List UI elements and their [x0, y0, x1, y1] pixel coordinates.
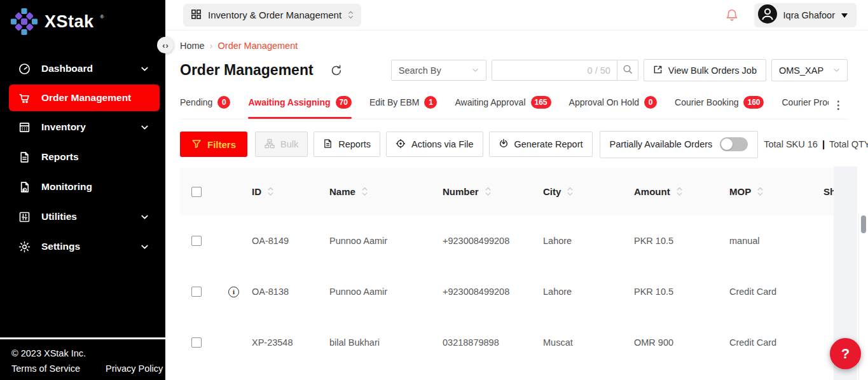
sidebar: XStak ® Dashboard Order Management Inven…	[0, 0, 165, 338]
tab-label: Awaiting Assigning	[248, 97, 330, 107]
tab-count-badge: 1	[424, 96, 437, 109]
sidebar-item-reports[interactable]: Reports	[0, 143, 165, 171]
filters-label: Filters	[207, 139, 236, 150]
search-by-select[interactable]: Search By	[391, 60, 486, 81]
caret-down-icon	[841, 13, 848, 21]
sort-carets-icon	[757, 186, 764, 197]
column-header-city[interactable]: City	[527, 186, 618, 197]
tab-courier-processin[interactable]: Courier Processin	[782, 95, 829, 119]
actions-toolbar: Filters Bulk Reports	[180, 131, 848, 158]
user-menu[interactable]: Iqra Ghafoor	[754, 3, 857, 27]
cell-id: XP-23548	[236, 337, 313, 348]
chevron-down-icon	[472, 68, 479, 72]
sidebar-item-label: Reports	[41, 151, 79, 163]
reports-label: Reports	[338, 139, 371, 149]
sidebar-item-dashboard[interactable]: Dashboard	[0, 55, 165, 83]
sidebar-item-settings[interactable]: Settings	[0, 233, 165, 261]
tab-edit-by-ebm[interactable]: Edit By EBM 1	[369, 95, 437, 119]
chevron-down-icon	[833, 68, 840, 72]
orders-table: ID Name Number City Amount MOP Ship OA-8…	[180, 168, 848, 368]
column-header-amount[interactable]: Amount	[618, 186, 713, 197]
app-switcher[interactable]: Inventory & Order Management	[183, 4, 361, 27]
cell-mop: manual	[713, 236, 808, 246]
actions-via-file-button[interactable]: Actions via File	[386, 132, 483, 157]
privacy-policy-link[interactable]: Privacy Policy	[106, 363, 163, 374]
search-by-label: Search By	[399, 65, 441, 76]
totals-separator: |	[822, 139, 825, 149]
scrollbar-thumb[interactable]	[861, 215, 866, 233]
sidebar-item-label: Dashboard	[41, 63, 93, 74]
filters-button[interactable]: Filters	[180, 132, 247, 157]
cell-name: Punnoo Aamir	[313, 236, 427, 246]
cell-name: Punnoo Aamir	[313, 287, 427, 297]
column-header-number[interactable]: Number	[427, 186, 527, 197]
row-checkbox[interactable]	[191, 337, 202, 348]
bulk-button[interactable]: Bulk	[255, 132, 308, 157]
help-button[interactable]: ?	[830, 338, 861, 369]
totals-summary: Total SKU 16 | Total QTY 229	[764, 139, 868, 149]
column-label: City	[543, 186, 561, 197]
column-header-mop[interactable]: MOP	[713, 186, 808, 197]
cell-amount: OMR 900	[618, 337, 713, 348]
environment-value: OMS_XAP	[779, 65, 823, 76]
user-name: Iqra Ghafoor	[783, 10, 835, 20]
reports-button[interactable]: Reports	[313, 132, 380, 157]
total-sku: Total SKU 16	[764, 139, 818, 149]
tab-awaiting-approval[interactable]: Awaiting Approval 165	[455, 95, 551, 119]
search-button[interactable]	[617, 60, 638, 81]
copyright-text: © 2023 XStak Inc.	[11, 348, 165, 358]
avatar	[758, 4, 777, 26]
sidebar-item-monitoring[interactable]: Monitoring	[0, 173, 165, 201]
tab-count-badge: 0	[644, 96, 657, 109]
sort-carets-icon	[267, 186, 274, 197]
sidebar-item-inventory[interactable]: Inventory	[0, 113, 165, 141]
file-icon	[323, 139, 333, 151]
chevron-down-icon	[141, 213, 149, 221]
terms-of-service-link[interactable]: Terms of Service	[11, 363, 80, 374]
partially-available-toggle[interactable]	[720, 137, 748, 151]
chevron-left-icon: ‹	[162, 41, 165, 50]
sidebar-item-label: Monitoring	[41, 181, 92, 193]
crosshair-icon	[396, 139, 406, 151]
sidebar-item-utilities[interactable]: Utilities	[0, 203, 165, 231]
tab-awaiting-assigning[interactable]: Awaiting Assigning 70	[248, 95, 351, 119]
column-label: Amount	[634, 186, 670, 197]
sidebar-item-order-management[interactable]: Order Management	[9, 85, 160, 111]
table-body: OA-8149 Punnoo Aamir +923008499208 Lahor…	[180, 215, 848, 368]
sort-carets-icon	[485, 186, 492, 197]
sidebar-item-label: Inventory	[41, 121, 86, 133]
chevron-down-icon	[141, 123, 149, 132]
question-mark-icon: ?	[841, 346, 850, 362]
view-bulk-orders-button[interactable]: View Bulk Orders Job	[644, 59, 766, 81]
table-row: i OA-8138 Punnoo Aamir +923008499208 Lah…	[180, 266, 848, 317]
search-input[interactable]	[499, 65, 588, 76]
breadcrumb-home[interactable]: Home	[180, 41, 205, 51]
row-checkbox[interactable]	[191, 236, 202, 246]
table-row: OA-8149 Punnoo Aamir +923008499208 Lahor…	[180, 215, 848, 266]
column-label: Number	[443, 186, 479, 197]
generate-report-button[interactable]: Generate Report	[489, 132, 593, 157]
tab-count-badge: 160	[743, 96, 764, 109]
utilities-icon	[18, 210, 31, 224]
sidebar-item-label: Order Management	[41, 92, 131, 104]
column-header-id[interactable]: ID	[236, 186, 313, 197]
xstak-logo-icon	[10, 8, 38, 38]
tab-count-badge: 0	[217, 96, 230, 109]
chevron-down-icon	[141, 243, 149, 251]
select-all-checkbox[interactable]	[191, 187, 202, 197]
tab-count-badge: 165	[531, 96, 551, 109]
more-tabs-button[interactable]: ⋮	[829, 95, 848, 114]
column-header-name[interactable]: Name	[313, 186, 427, 197]
tab-label: Pending	[180, 97, 212, 107]
total-qty: Total QTY 229	[829, 139, 868, 149]
tab-courier-booking[interactable]: Courier Booking 160	[675, 95, 764, 119]
environment-select[interactable]: OMS_XAP	[771, 59, 848, 81]
tab-approval-on-hold[interactable]: Approval On Hold 0	[569, 95, 658, 119]
column-label: Name	[329, 186, 355, 197]
sidebar-collapse-toggle[interactable]: ‹›	[157, 37, 174, 53]
generate-report-label: Generate Report	[514, 139, 583, 149]
tab-pending[interactable]: Pending 0	[180, 95, 230, 119]
refresh-icon[interactable]	[330, 64, 343, 77]
notification-bell-icon[interactable]	[725, 8, 739, 22]
row-checkbox[interactable]	[191, 287, 202, 297]
